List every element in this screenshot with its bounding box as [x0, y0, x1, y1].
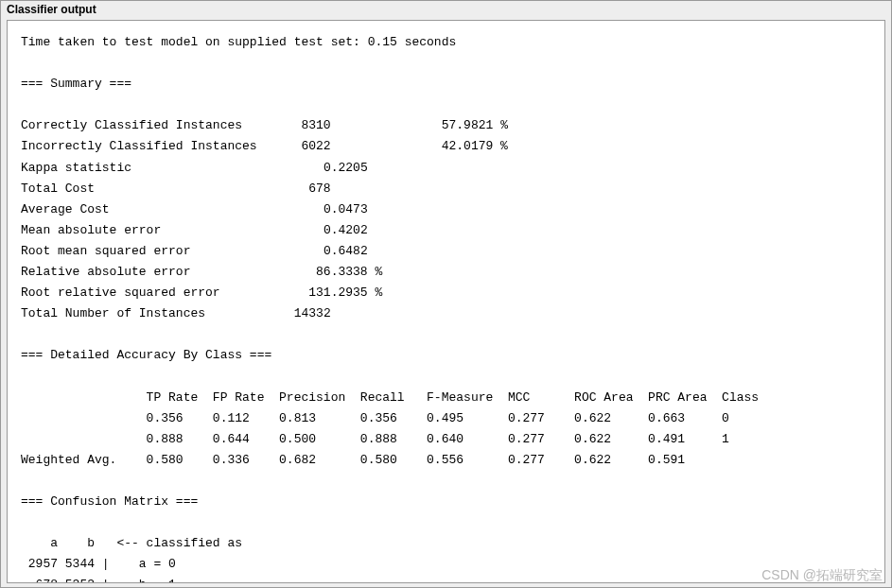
incorrect-count: 6022 — [301, 139, 330, 153]
incorrect-label: Incorrectly Classified Instances — [21, 139, 257, 153]
avg-cost-label: Average Cost — [21, 202, 110, 216]
rae-val: 86.3338 % — [316, 265, 382, 279]
correct-pct: 57.9821 % — [442, 118, 508, 132]
incorrect-pct: 42.0179 % — [442, 139, 508, 153]
total-inst-label: Total Number of Instances — [21, 306, 205, 320]
accuracy-row-0: 0.356 0.112 0.813 0.356 0.495 0.277 0.62… — [21, 411, 729, 425]
total-inst-val: 14332 — [294, 306, 331, 320]
classifier-output-panel: Classifier output Time taken to test mod… — [0, 0, 892, 588]
correct-count: 8310 — [301, 118, 330, 132]
confusion-row-1: 678 5353 | b = 1 — [21, 578, 176, 583]
accuracy-row-1: 0.888 0.644 0.500 0.888 0.640 0.277 0.62… — [21, 432, 729, 446]
avg-cost-val: 0.0473 — [324, 202, 368, 216]
kappa-label: Kappa statistic — [21, 161, 131, 175]
mae-label: Mean absolute error — [21, 223, 161, 237]
accuracy-weighted-avg: Weighted Avg. 0.580 0.336 0.682 0.580 0.… — [21, 453, 722, 467]
confusion-header: === Confusion Matrix === — [21, 494, 198, 509]
rrse-val: 131.2935 % — [308, 285, 382, 300]
rrse-label: Root relative squared error — [21, 285, 220, 300]
total-cost-val: 678 — [308, 182, 330, 196]
rmse-val: 0.6482 — [324, 244, 368, 258]
panel-title: Classifier output — [1, 1, 891, 18]
classifier-output-text: Time taken to test model on supplied tes… — [7, 20, 885, 583]
mae-val: 0.4202 — [324, 223, 368, 237]
correct-label: Correctly Classified Instances — [21, 118, 242, 132]
rae-label: Relative absolute error — [21, 265, 190, 279]
time-taken-line: Time taken to test model on supplied tes… — [21, 35, 456, 49]
summary-header: === Summary === — [21, 77, 131, 91]
accuracy-columns: TP Rate FP Rate Precision Recall F-Measu… — [21, 390, 759, 405]
confusion-row-0: 2957 5344 | a = 0 — [21, 557, 176, 571]
confusion-columns: a b <-- classified as — [21, 536, 242, 550]
kappa-val: 0.2205 — [324, 161, 368, 175]
rmse-label: Root mean squared error — [21, 244, 190, 258]
accuracy-header: === Detailed Accuracy By Class === — [21, 348, 271, 362]
total-cost-label: Total Cost — [21, 182, 95, 196]
